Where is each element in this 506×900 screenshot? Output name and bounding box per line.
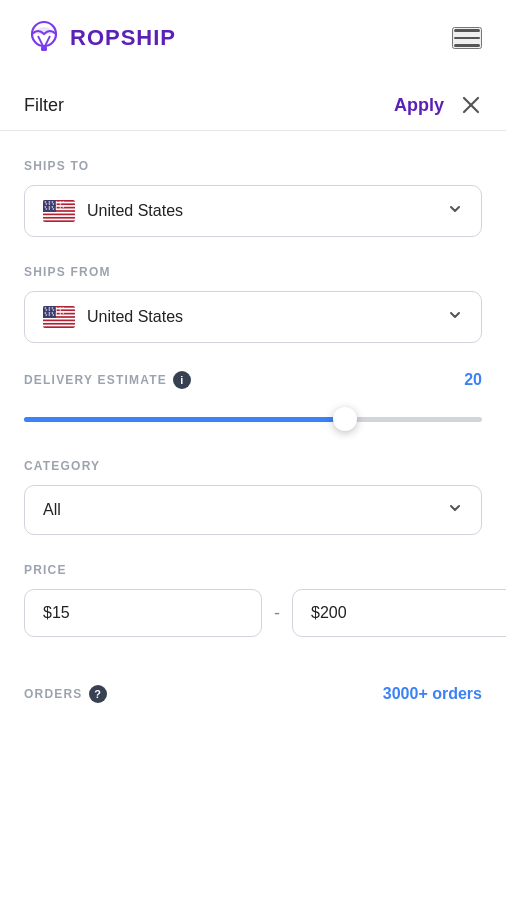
hamburger-line-2 [454,37,480,40]
category-value: All [43,501,61,519]
category-select[interactable]: All [24,485,482,535]
slider-track [24,417,482,422]
orders-value: 3000+ orders [383,685,482,703]
hamburger-line-1 [454,29,480,32]
hamburger-line-3 [454,44,480,47]
filter-title: Filter [24,95,64,116]
price-max-input[interactable] [292,589,506,637]
delivery-estimate-section: DELIVERY ESTIMATE i 20 [24,371,482,431]
category-chevron-icon [447,500,463,520]
svg-text:★ ★ ★ ★ ★: ★ ★ ★ ★ ★ [45,313,63,317]
apply-button[interactable]: Apply [394,95,444,116]
ships-from-select[interactable]: ★ ★ ★ ★ ★ ★ ★ ★ ★ ★ ★ ★ ★ ★ ★ ★ ★ ★ ★ ★ … [24,291,482,343]
price-divider: - [274,603,280,624]
ships-from-label: SHIPS FROM [24,265,482,279]
header: ROPSHIP [0,0,506,76]
svg-rect-11 [43,215,75,217]
price-min-input[interactable] [24,589,262,637]
delivery-info-icon[interactable]: i [173,371,191,389]
orders-row: ORDERS ? 3000+ orders [24,665,482,703]
logo-text: ROPSHIP [70,25,176,51]
svg-rect-22 [43,318,75,320]
close-icon [460,94,482,116]
svg-rect-10 [43,212,75,214]
svg-rect-3 [41,46,47,51]
logo: ROPSHIP [24,18,176,58]
hamburger-button[interactable] [452,27,482,49]
slider-thumb[interactable] [333,407,357,431]
orders-label-group: ORDERS ? [24,685,107,703]
orders-info-icon[interactable]: ? [89,685,107,703]
content: SHIPS TO ★ ★ ★ ★ ★ ★ ★ [0,131,506,727]
close-button[interactable] [460,94,482,116]
ships-to-chevron-icon [447,201,463,221]
svg-rect-12 [43,219,75,221]
delivery-slider[interactable] [24,407,482,431]
delivery-label-group: DELIVERY ESTIMATE i [24,371,191,389]
category-section: CATEGORY All [24,459,482,535]
ships-from-chevron-icon [447,307,463,327]
svg-rect-23 [43,321,75,323]
svg-rect-24 [43,325,75,327]
price-label: PRICE [24,563,482,577]
delivery-header: DELIVERY ESTIMATE i 20 [24,371,482,389]
ships-to-label: SHIPS TO [24,159,482,173]
ships-from-flag: ★ ★ ★ ★ ★ ★ ★ ★ ★ ★ ★ ★ ★ ★ ★ ★ ★ ★ ★ ★ … [43,306,75,328]
price-row: - [24,589,482,637]
delivery-value: 20 [464,371,482,389]
ships-from-value: United States [87,308,183,326]
ships-to-left: ★ ★ ★ ★ ★ ★ ★ ★ ★ ★ ★ ★ ★ ★ ★ ★ ★ ★ ★ ★ … [43,200,183,222]
ships-to-select[interactable]: ★ ★ ★ ★ ★ ★ ★ ★ ★ ★ ★ ★ ★ ★ ★ ★ ★ ★ ★ ★ … [24,185,482,237]
orders-label: ORDERS [24,687,83,701]
svg-text:★ ★ ★ ★ ★: ★ ★ ★ ★ ★ [45,207,63,211]
ships-to-section: SHIPS TO ★ ★ ★ ★ ★ ★ ★ [24,159,482,237]
logo-icon [24,18,64,58]
filter-actions: Apply [394,94,482,116]
filter-bar: Filter Apply [0,76,506,131]
ships-from-left: ★ ★ ★ ★ ★ ★ ★ ★ ★ ★ ★ ★ ★ ★ ★ ★ ★ ★ ★ ★ … [43,306,183,328]
category-label: CATEGORY [24,459,482,473]
price-section: PRICE - [24,563,482,637]
ships-to-flag: ★ ★ ★ ★ ★ ★ ★ ★ ★ ★ ★ ★ ★ ★ ★ ★ ★ ★ ★ ★ … [43,200,75,222]
slider-fill [24,417,345,422]
delivery-label: DELIVERY ESTIMATE [24,373,167,387]
ships-from-section: SHIPS FROM ★ ★ ★ ★ ★ ★ [24,265,482,343]
ships-to-value: United States [87,202,183,220]
